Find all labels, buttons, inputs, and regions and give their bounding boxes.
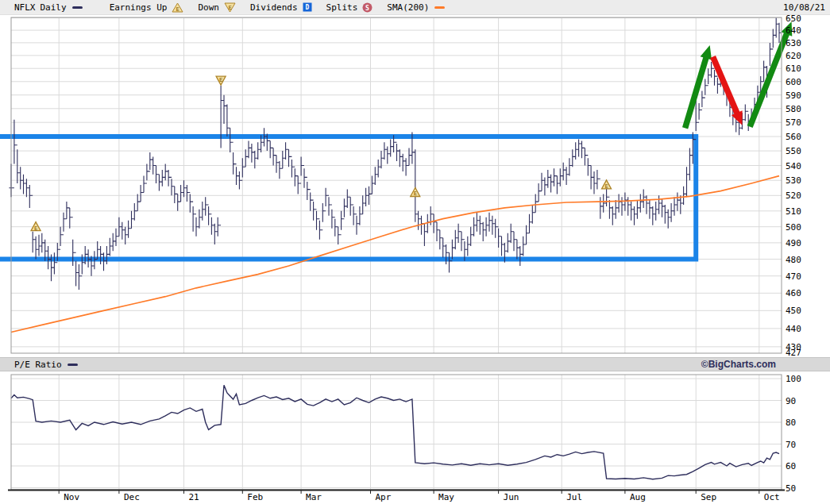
earnings-marker-letter: E xyxy=(604,183,608,190)
price-axis-label: 530 xyxy=(786,175,801,186)
price-axis-label: 610 xyxy=(786,63,801,74)
month-axis-label: 21 xyxy=(189,492,199,502)
price-axis-label: 510 xyxy=(786,206,801,217)
legend-earnings-down-label: Down xyxy=(198,2,219,13)
month-axis-label: Feb xyxy=(247,492,263,502)
trading-range-box xyxy=(0,137,696,260)
pe-ratio-header: P/E Ratio ©BigCharts.com xyxy=(0,357,830,371)
price-axis-label: 450 xyxy=(786,306,801,316)
legend-splits-label: Splits xyxy=(326,2,358,13)
pe-series-swatch xyxy=(68,364,78,366)
pe-axis-label: 70 xyxy=(786,440,796,450)
month-axis-label: Apr xyxy=(376,492,392,502)
price-axis-label: 620 xyxy=(786,51,801,61)
earnings-marker-letter: E xyxy=(219,77,222,83)
pe-ratio-line xyxy=(11,385,779,479)
price-axis-label: 520 xyxy=(786,190,801,201)
month-axis-label: Jun xyxy=(504,492,519,502)
dividends-icon: D xyxy=(303,2,312,12)
month-axis-label: Mar xyxy=(306,492,322,502)
bigcharts-watermark: ©BigCharts.com xyxy=(701,359,776,370)
price-axis-label: 540 xyxy=(786,161,801,171)
ohlc-bars xyxy=(9,18,781,290)
month-axis-label: Aug xyxy=(630,492,646,502)
month-axis-label: Dec xyxy=(124,492,140,502)
legend-dividends-label: Dividends xyxy=(250,2,298,13)
splits-icon: S xyxy=(362,2,373,13)
price-axis-label: 440 xyxy=(786,324,801,334)
price-axis-label: 560 xyxy=(786,132,801,142)
chart-date: 10/08/21 xyxy=(783,2,825,13)
svg-text:S: S xyxy=(365,4,369,11)
svg-text:D: D xyxy=(305,4,309,11)
pe-axis-label: 90 xyxy=(786,396,796,406)
timeframe-label: Daily xyxy=(41,2,67,13)
price-axis-label: 600 xyxy=(786,77,801,87)
price-axis-label: 640 xyxy=(786,25,801,36)
chart-legend-toolbar: NFLX Daily Earnings Up E Down E Dividend… xyxy=(0,0,830,15)
svg-text:E: E xyxy=(176,6,180,12)
price-axis-label: 630 xyxy=(786,38,801,48)
earnings-up-icon: E xyxy=(172,2,183,13)
earnings-marker-letter: E xyxy=(34,225,37,232)
pe-ratio-label: P/E Ratio xyxy=(14,360,62,370)
price-axis-label: 490 xyxy=(786,238,801,248)
pe-axis-label: 50 xyxy=(786,483,796,494)
legend-sma-label: SMA(200) xyxy=(387,2,429,13)
price-axis-label: 500 xyxy=(786,222,801,233)
pe-axis-label: 80 xyxy=(786,417,796,428)
green-trend-arrow-shaft xyxy=(750,31,788,126)
sma200-line xyxy=(11,176,779,333)
pe-axis-label: 100 xyxy=(786,374,801,384)
pe-plot-border xyxy=(11,375,782,490)
price-axis-label: 460 xyxy=(786,288,801,298)
red-trend-arrow-shaft xyxy=(713,57,739,116)
month-axis-label: Oct xyxy=(764,492,780,502)
price-plot-border xyxy=(11,17,782,353)
price-axis-label: 580 xyxy=(786,104,801,114)
bigcharts-stock-chart: NFLX Daily Earnings Up E Down E Dividend… xyxy=(0,0,830,504)
month-axis-label: Sep xyxy=(701,492,716,502)
price-axis-label: 470 xyxy=(786,271,801,282)
price-series-swatch xyxy=(72,6,83,9)
price-axis-label: 590 xyxy=(786,90,801,101)
price-axis-label: 570 xyxy=(786,117,801,128)
price-and-pe-plot: EEEE650640630620610600590580570560550540… xyxy=(0,0,830,504)
sma-series-swatch xyxy=(434,6,445,9)
green-trend-arrow-head xyxy=(701,45,712,60)
earnings-marker-letter: E xyxy=(414,190,417,197)
earnings-down-icon: E xyxy=(224,2,236,13)
svg-text:E: E xyxy=(228,4,231,10)
symbol-label: NFLX xyxy=(14,2,36,13)
price-axis-label: 550 xyxy=(786,146,801,156)
month-axis-label: May xyxy=(438,492,454,502)
legend-earnings-up-label: Earnings Up xyxy=(110,2,168,13)
month-axis-label: Jul xyxy=(566,492,582,502)
pe-axis-label: 60 xyxy=(786,461,796,471)
price-axis-label: 480 xyxy=(786,255,801,265)
month-axis-label: Nov xyxy=(64,492,79,502)
